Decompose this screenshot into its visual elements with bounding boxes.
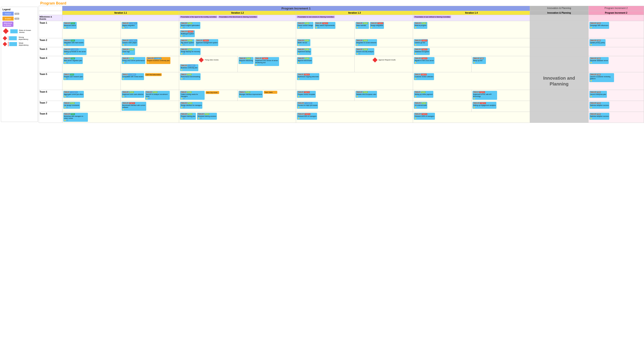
card-design-constraints[interactable]: Team_8Ready List design constraints ⭐ ⓘ xyxy=(63,102,80,109)
card-onboard-100[interactable]: Team_14Urgency Onboard 100% of managers … xyxy=(414,113,435,120)
card-advanced-search[interactable]: Team_22Done Advanced search ⭐ ⓘ xyxy=(63,22,77,29)
milestone-new-versions: Presentation to new versions to Steering… xyxy=(297,16,334,18)
milestones-1-1 xyxy=(62,15,179,21)
program-board: Program Increment 1 Innovation & Plannin… xyxy=(39,6,644,123)
card-firewall[interactable]: Team_22In progress Setting up firewall o… xyxy=(63,48,86,55)
team-4-iter-1-1-b: Team_18Ready Fixing Linux server perform… xyxy=(121,56,179,72)
card-buffer-rollout[interactable]: Team_19Ready Buffer roll-out ⭐ xyxy=(297,39,310,46)
card-approve-benchmark[interactable]: Team_30Ready Approve benchmark ⭐ xyxy=(297,57,312,64)
card-ramp-up-test[interactable]: Team_12Todo Ramp up test ⭐ xyxy=(472,57,486,64)
card-careers-security[interactable]: Team_37Ready Careers security analysis ⭐… xyxy=(356,48,374,55)
innovation-planning-text: Innovation and Planning xyxy=(531,73,588,89)
legend-panel: Legend Feature Todo Enabler Todo Milesto… xyxy=(1,7,38,122)
legend-feature-box: Feature xyxy=(2,12,14,16)
team-6-iter-1-4-b: Team_9Urgency Implement a POC with API t… xyxy=(471,90,530,101)
card-team-sales: Team Sales xyxy=(264,91,277,94)
team-6-iter-1-3-a: Team_8Urgency Prepare invoice template ⭐ xyxy=(296,90,354,101)
legend-dependency-row: Risks & Known Stories xyxy=(2,28,36,35)
card-video-tutorials[interactable]: Team_25Ready Video tutorials ⭐ xyxy=(356,22,369,29)
card-test-npi[interactable]: Team_32Ready Test NPI to analyze recruit… xyxy=(145,91,170,100)
team-2-iter-1-4: Team_21Urgency Careers go live ⭐ xyxy=(413,38,530,47)
card-algolia-integration[interactable]: Team_19In progress Algolia integration ⭐… xyxy=(122,22,138,29)
iter-1-1-header: Iteration 1.1 xyxy=(62,11,179,15)
card-applicant-management[interactable]: Team_11Urgency Applicant management syst… xyxy=(196,39,218,46)
card-poc-api[interactable]: Team_9Urgency Implement a POC with API t… xyxy=(472,91,497,100)
card-ux-audit[interactable]: Team_41Ready UX external audit ⭐ xyxy=(414,102,427,109)
card-invoice-template[interactable]: Team_8Urgency Prepare invoice template ⭐ xyxy=(297,91,316,98)
legend-milestone-box: Milestoneor Event xyxy=(2,22,14,27)
card-european-rules[interactable]: Team_14Ready Validate intra European rul… xyxy=(356,91,377,98)
card-tag-search[interactable]: Team_13Ready Tag search system ⭐ ⓘ xyxy=(180,39,194,46)
card-separate-db[interactable]: Team_32Todo Separate database server ⭐ xyxy=(590,57,609,64)
team-4-iter-1-4-b: Team_12Todo Ramp up test ⭐ xyxy=(471,56,530,72)
card-design-backup[interactable]: Team_32Ready Design Backup for recovery … xyxy=(180,48,200,55)
team-2-iter-1-1-b: Team_12In progress Careers video player … xyxy=(121,38,179,47)
legend-strong-dep-row: Strongdependency xyxy=(2,36,36,41)
card-implement-backup[interactable]: Team_30Ready Implement backup ⭐ xyxy=(297,48,311,55)
card-engagement-analytics[interactable]: Team_14Urgency Setting up engagement ana… xyxy=(472,102,497,109)
card-schedule-training[interactable]: Team_22Ready Schedule training sessions … xyxy=(197,113,217,120)
team-5-iter-1-1-b: Team_2In progress Compatible with 3 beta… xyxy=(121,72,179,90)
card-integration-main-boards[interactable]: Team_11Done Integration with main boards… xyxy=(63,39,84,46)
card-compatible-beta[interactable]: Team_2In progress Compatible with 3 beta… xyxy=(122,73,144,80)
card-perf-benchmarking[interactable]: Team_3Ready Performance benchmarking ⭐ ⓘ xyxy=(180,73,200,80)
card-business-continuity-prepare[interactable]: Team_20In progress Prepare business cont… xyxy=(146,57,170,64)
team-5-ip: Innovation and Planning xyxy=(530,72,588,90)
card-scam-detector[interactable]: Team_19Ready Implement auto scam-detecto… xyxy=(122,91,144,98)
team-1-iter-1-3-b: Team_25Ready Video tutorials ⭐ Team_14Ur… xyxy=(354,21,413,38)
team-7-iter-1-2: Team_41Ready Design interface for manage… xyxy=(179,101,296,112)
team-2-iter-1-1-a: Team_11Done Integration with main boards… xyxy=(62,38,120,47)
card-video-search[interactable]: Team_28Urgency Video search improvements… xyxy=(314,22,336,29)
team-6-ip xyxy=(530,90,588,101)
iter-pi2-header: Program Increment 2 xyxy=(588,11,644,15)
card-database-encryption[interactable]: Team_44Urgency Database Encryption ⭐ xyxy=(414,48,430,55)
card-benchmark-interface[interactable]: Team_10Urgency Benchmark interface with … xyxy=(122,102,146,111)
card-connect-job-boards[interactable]: Team_26In progress Connect to major job … xyxy=(297,102,318,109)
milestones-1-4: Presentation of user defined to Steering… xyxy=(413,15,530,21)
team-5-label: Team 5 xyxy=(39,72,62,90)
team-4-iter-1-2-a: Fixing video movies Team_24In progress B… xyxy=(179,56,238,72)
team-3-label: Team 3 xyxy=(39,47,62,56)
card-social-integration[interactable]: Team_14Ready Integration to social netwo… xyxy=(356,39,377,46)
card-online-payment[interactable]: Team_8Ready Setting up online payment ⭐ xyxy=(414,91,433,98)
card-onboard-60[interactable]: Team_17Urgency Onboard 60% of managers ⭐ xyxy=(297,113,317,120)
team-7-pi2: Team_32Todo Optimise adoption success ⭐ xyxy=(588,101,644,112)
card-request-refactoring[interactable]: Team_19Ready Request refactoring ⭐ xyxy=(238,57,254,64)
card-workshop-managers[interactable]: Team_19Done Workshop with managers to co… xyxy=(63,113,88,122)
card-referral-program[interactable]: Team_14Ready Referral program ⭐ xyxy=(414,22,427,29)
card-server-monitoring[interactable]: Team_24Urgency Implement new version of … xyxy=(254,57,279,66)
card-migrate-linux[interactable]: Team_25Urgency Migrate to new Linux serv… xyxy=(414,57,434,64)
card-biz-continuity-plan[interactable]: Team_24In progress Business continuity p… xyxy=(180,64,198,71)
card-user-research-plan[interactable]: Team_7Done Prepare user research plan ⭐ … xyxy=(63,73,84,80)
card-customer-review-collection[interactable]: Team_3Urgency Customer review collection… xyxy=(414,73,434,80)
card-aggregate-job-offers[interactable]: Team_8In progress Aggregate current job … xyxy=(63,91,84,98)
card-web-server-migration[interactable]: Team_77Done Web server migration plan ⭐ … xyxy=(63,57,83,64)
card-campaign-influencers[interactable]: Team_21Todo Campaign with influencers ⭐ xyxy=(590,22,609,29)
card-clean-logs[interactable]: Team_16Ready Clean logs ⭐ xyxy=(122,48,135,55)
team-4-iter-1-4-a: Team_25Urgency Migrate to new Linux serv… xyxy=(413,56,471,72)
card-launch-enterprise[interactable]: Team_32Todo Launch Enterprise plan ⭐ xyxy=(590,91,607,98)
card-careers-video-player[interactable]: Team_12In progress Careers video player … xyxy=(122,39,138,46)
card-optimise-adoption-t8[interactable]: Team_32Todo Optimise adoption success ⭐ xyxy=(590,113,610,120)
team-6-iter-1-3-b: Team_14Ready Validate intra European rul… xyxy=(354,90,413,101)
card-design-interface-managers[interactable]: Team_41Ready Design interface for manage… xyxy=(180,102,202,109)
card-career-section-design[interactable]: Team_19Ready Career section design ⭐ ⓘ xyxy=(297,22,314,29)
card-careers-go-live[interactable]: Team_21Urgency Careers go live ⭐ xyxy=(414,39,428,46)
card-synthesize-beta[interactable]: Team_8Urgency Synthesize ongoing beta-te… xyxy=(297,73,319,80)
team-2-iter-1-3-a: Team_19Ready Buffer roll-out ⭐ xyxy=(296,38,354,47)
card-linux-performance[interactable]: Team_18Ready Fixing Linux server perform… xyxy=(122,57,145,64)
card-customer-reviewing-platform[interactable]: Team_32Todo Launch a customer reviewing … xyxy=(590,73,614,82)
card-update-privacy-policy[interactable]: Team_32Todo Update privacy policy ⭐ xyxy=(590,39,606,46)
team-2-row: Team 2 Team_11Done Integration with main… xyxy=(39,38,644,47)
card-optimise-adoption[interactable]: Team_32Todo Optimise adoption success ⭐ xyxy=(590,102,610,109)
legend-enabler-box: Enabler xyxy=(2,17,14,21)
legend-title: Legend xyxy=(2,8,36,11)
card-prepare-training-plan[interactable]: Team_20Ready Prepare training plan ⭐ ⓘ xyxy=(180,113,196,120)
card-seo[interactable]: Team_29Ready Search engine optimization … xyxy=(180,22,200,29)
team-7-row: Team 7 Team_8Ready List design constrain… xyxy=(39,101,644,112)
team-8-row: Team 8 Team_19Done Workshop with manager… xyxy=(39,112,644,123)
card-manager-interface[interactable]: Team_1Ready Manager interface improvemen… xyxy=(238,91,263,98)
card-collect-needs[interactable]: Team_6Ready Collect coming needs for man… xyxy=(180,91,204,100)
milestone-user-defined: Presentation of user defined to Steering… xyxy=(414,16,451,18)
card-design-integration[interactable]: Team_14Urgency Design integration ⭐ xyxy=(370,22,384,29)
